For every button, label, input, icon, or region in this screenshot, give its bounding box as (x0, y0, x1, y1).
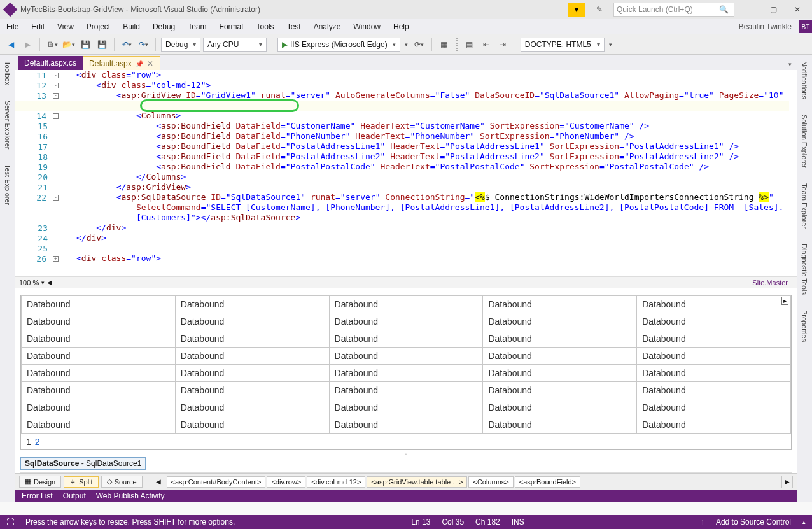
right-tool-diagnostic-tools[interactable]: Diagnostic Tools (799, 240, 809, 299)
gridview-cell: Databound (637, 296, 791, 313)
close-button[interactable]: ✕ (788, 3, 807, 17)
bottom-tab-output[interactable]: Output (63, 491, 86, 500)
tab-close-icon[interactable]: ✕ (147, 59, 153, 68)
gridview-cell: Databound (637, 399, 791, 416)
run-button[interactable]: ▶IIS Express (Microsoft Edge)▾ (277, 38, 400, 52)
gridview-cell: Databound (637, 348, 791, 365)
source-view-button[interactable]: ◇ Source (101, 476, 143, 488)
new-table-button[interactable]: ▤ (463, 38, 477, 52)
bottom-tool-tabs: Error ListOutputWeb Publish Activity (15, 490, 797, 502)
right-tool-solution-explorer[interactable]: Solution Explorer (799, 111, 809, 172)
breadcrumb-next[interactable]: ▶ (781, 476, 793, 488)
zoom-level[interactable]: 100 % (19, 279, 39, 286)
minimize-button[interactable]: — (739, 3, 759, 17)
gridview-cell: Databound (22, 313, 176, 330)
right-tool-notifications[interactable]: Notifications (799, 57, 809, 103)
user-avatar-badge[interactable]: BT (799, 20, 812, 33)
status-col: Col 35 (442, 518, 464, 526)
browser-refresh-button[interactable]: ⟳▾ (412, 38, 426, 52)
indent-left-button[interactable]: ⇤ (479, 38, 493, 52)
save-all-button[interactable]: 💾 (95, 38, 109, 52)
menu-help[interactable]: Help (387, 20, 416, 33)
source-control-button[interactable]: Add to Source Control (716, 518, 791, 526)
gridview-cell: Databound (175, 399, 329, 416)
titlebar: MyTecBits-Bootstrap-GridView - Microsoft… (0, 0, 812, 19)
design-surface[interactable]: ▸ DataboundDataboundDataboundDataboundDa… (15, 288, 797, 473)
view-switcher: ▦ Design ⫩ Split ◇ Source ◀ <asp:Content… (15, 473, 797, 490)
search-icon: 🔍 (719, 5, 729, 14)
scroll-left-icon[interactable]: ◀ (45, 279, 52, 286)
indent-right-button[interactable]: ⇥ (496, 38, 510, 52)
save-button[interactable]: 💾 (78, 38, 92, 52)
menu-analyze[interactable]: Analyze (307, 20, 347, 33)
gridview-cell: Databound (175, 382, 329, 399)
gridview-preview[interactable]: DataboundDataboundDataboundDataboundData… (21, 295, 791, 434)
gridview-cell: Databound (483, 399, 637, 416)
bottom-tab-web-publish-activity[interactable]: Web Publish Activity (96, 491, 165, 500)
left-tool-toolbox[interactable]: Toolbox (3, 57, 13, 89)
open-file-button[interactable]: 📂▾ (62, 38, 76, 52)
menu-debug[interactable]: Debug (146, 20, 181, 33)
gridview-cell: Databound (483, 330, 637, 348)
undo-button[interactable]: ↶▾ (120, 38, 134, 52)
status-line: Ln 13 (411, 518, 430, 526)
design-view-button[interactable]: ▦ Design (19, 476, 61, 488)
menu-format[interactable]: Format (213, 20, 250, 33)
breadcrumb-prev[interactable]: ◀ (153, 476, 164, 488)
menu-build[interactable]: Build (116, 20, 146, 33)
split-view-button[interactable]: ⫩ Split (64, 476, 98, 488)
nav-back-button[interactable]: ◀ (4, 38, 18, 52)
notification-flag-button[interactable]: ▼ (568, 3, 585, 17)
nav-forward-button[interactable]: ▶ (20, 38, 34, 52)
gridview-cell: Databound (22, 330, 176, 348)
breadcrumb-item[interactable]: <asp:Content#BodyContent> (167, 476, 266, 488)
gridview-cell: Databound (329, 399, 483, 416)
feedback-icon[interactable]: ✎ (591, 3, 608, 17)
tab-default-aspx-cs[interactable]: Default.aspx.cs (18, 56, 83, 70)
breadcrumb-item[interactable]: <Columns> (468, 476, 513, 488)
maximize-button[interactable]: ▢ (764, 3, 783, 17)
pin-icon[interactable]: 📌 (136, 60, 143, 67)
menu-test[interactable]: Test (281, 20, 307, 33)
breadcrumb-item[interactable]: <div.row> (267, 476, 305, 488)
site-master-link[interactable]: Site.Master (747, 279, 793, 286)
platform-combo[interactable]: Any CPU▾ (203, 38, 267, 52)
configuration-combo[interactable]: Debug▾ (161, 38, 200, 52)
extension-button[interactable]: ▦ (437, 38, 451, 52)
menu-edit[interactable]: Edit (25, 20, 51, 33)
menu-tools[interactable]: Tools (250, 20, 281, 33)
pager-page-2[interactable]: 2 (35, 437, 40, 447)
gridview-cell: Databound (637, 330, 791, 348)
redo-button[interactable]: ↷▾ (136, 38, 150, 52)
gridview-cell: Databound (483, 416, 637, 434)
breadcrumb-item[interactable]: <asp:GridView.table table-...> (367, 476, 467, 488)
bottom-tab-error-list[interactable]: Error List (22, 491, 53, 500)
left-tool-server-explorer[interactable]: Server Explorer (3, 97, 13, 153)
menu-view[interactable]: View (51, 20, 80, 33)
gridview-cell: Databound (483, 296, 637, 313)
gridview-cell: Databound (637, 416, 791, 434)
right-tool-team-explorer[interactable]: Team Explorer (799, 180, 809, 232)
menu-window[interactable]: Window (347, 20, 387, 33)
code-editor[interactable]: 11-12-13-14-1516171819202122-23242526+ <… (15, 70, 797, 276)
gridview-cell: Databound (22, 296, 176, 313)
menu-file[interactable]: File (0, 20, 25, 33)
gridview-cell: Databound (329, 296, 483, 313)
right-tool-properties[interactable]: Properties (799, 306, 809, 346)
breadcrumb-item[interactable]: <asp:BoundField> (515, 476, 580, 488)
tab-overflow-button[interactable]: ▾ (786, 59, 794, 70)
left-tool-test-explorer[interactable]: Test Explorer (3, 160, 13, 209)
menu-team[interactable]: Team (181, 20, 213, 33)
sqldatasource-control[interactable]: SqlDataSource - SqlDataSource1 (20, 457, 146, 470)
tab-default-aspx[interactable]: Default.aspx📌✕ (83, 56, 160, 70)
doctype-combo[interactable]: DOCTYPE: HTML5▾ (521, 38, 605, 52)
breadcrumb-item[interactable]: <div.col-md-12> (307, 476, 365, 488)
quick-launch-input[interactable]: Quick Launch (Ctrl+Q) 🔍 (613, 3, 734, 17)
menu-project[interactable]: Project (80, 20, 116, 33)
gridview-cell: Databound (637, 313, 791, 330)
new-project-button[interactable]: 🗎▾ (45, 38, 59, 52)
smart-tag-icon[interactable]: ▸ (781, 297, 788, 305)
vs-logo-icon (3, 3, 18, 17)
gridview-cell: Databound (329, 365, 483, 382)
signed-in-user[interactable]: Beaulin Twinkle (734, 22, 797, 31)
